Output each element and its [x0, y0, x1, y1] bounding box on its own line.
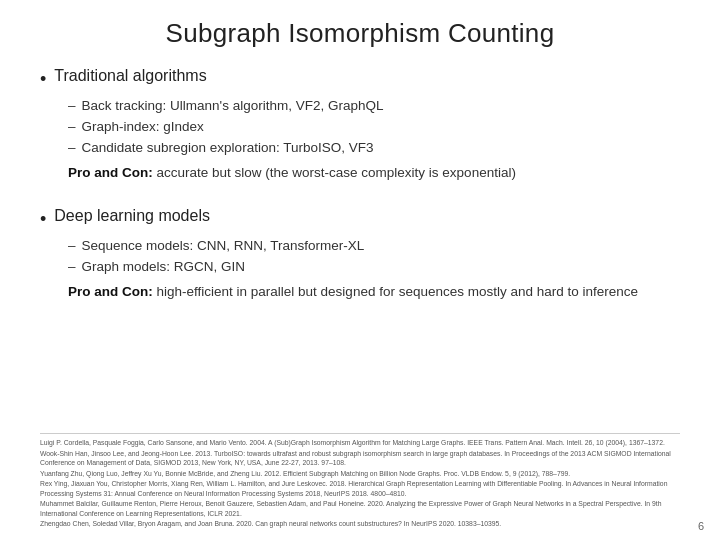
traditional-section: • Traditional algorithms – Back tracking…	[40, 67, 680, 183]
reference-1: Luigi P. Cordella, Pasquale Foggia, Carl…	[40, 438, 680, 448]
traditional-pro-con-prefix: Pro and Con:	[68, 165, 153, 180]
slide-container: Subgraph Isomorphism Counting • Traditio…	[0, 0, 720, 540]
dash-3: –	[68, 138, 76, 159]
traditional-pro-con-text: accurate but slow (the worst-case comple…	[153, 165, 516, 180]
deep-pro-con-prefix: Pro and Con:	[68, 284, 153, 299]
traditional-sub-bullet-3: – Candidate subregion exploration: Turbo…	[68, 138, 680, 159]
traditional-pro-con: Pro and Con: accurate but slow (the wors…	[68, 163, 680, 183]
traditional-heading: • Traditional algorithms	[40, 67, 680, 92]
deep-sub-bullet-1: – Sequence models: CNN, RNN, Transformer…	[68, 236, 680, 257]
dash-2: –	[68, 117, 76, 138]
reference-5: Muhammet Balcilar, Guillaume Renton, Pie…	[40, 499, 680, 518]
traditional-sub-bullet-1: – Back tracking: Ullmann's algorithm, VF…	[68, 96, 680, 117]
traditional-heading-text: Traditional algorithms	[54, 67, 206, 85]
deep-learning-sub-bullets: – Sequence models: CNN, RNN, Transformer…	[68, 236, 680, 278]
deep-sub-bullet-2: – Graph models: RGCN, GIN	[68, 257, 680, 278]
reference-6: Zhengdao Chen, Soledad Villar, Bryon Ara…	[40, 519, 680, 529]
deep-pro-con-text: high-efficient in parallel but designed …	[153, 284, 638, 299]
slide-title: Subgraph Isomorphism Counting	[40, 18, 680, 49]
bullet-dot-traditional: •	[40, 67, 46, 92]
deep-learning-pro-con: Pro and Con: high-efficient in parallel …	[68, 282, 680, 302]
reference-3: Yuanfang Zhu, Qiong Luo, Jeffrey Xu Yu, …	[40, 469, 680, 479]
deep-learning-heading-text: Deep learning models	[54, 207, 210, 225]
deep-learning-section: • Deep learning models – Sequence models…	[40, 207, 680, 302]
content-area: • Traditional algorithms – Back tracking…	[40, 67, 680, 433]
traditional-sub-bullets: – Back tracking: Ullmann's algorithm, VF…	[68, 96, 680, 159]
traditional-sub-bullet-2: – Graph-index: gIndex	[68, 117, 680, 138]
reference-4: Rex Ying, Jiaxuan You, Christopher Morri…	[40, 479, 680, 498]
deep-learning-heading: • Deep learning models	[40, 207, 680, 232]
slide-number: 6	[698, 520, 704, 532]
reference-2: Wook-Shin Han, Jinsoo Lee, and Jeong-Hoo…	[40, 449, 680, 468]
dash-4: –	[68, 236, 76, 257]
dash-5: –	[68, 257, 76, 278]
references-area: Luigi P. Cordella, Pasquale Foggia, Carl…	[40, 433, 680, 530]
dash-1: –	[68, 96, 76, 117]
bullet-dot-deep: •	[40, 207, 46, 232]
